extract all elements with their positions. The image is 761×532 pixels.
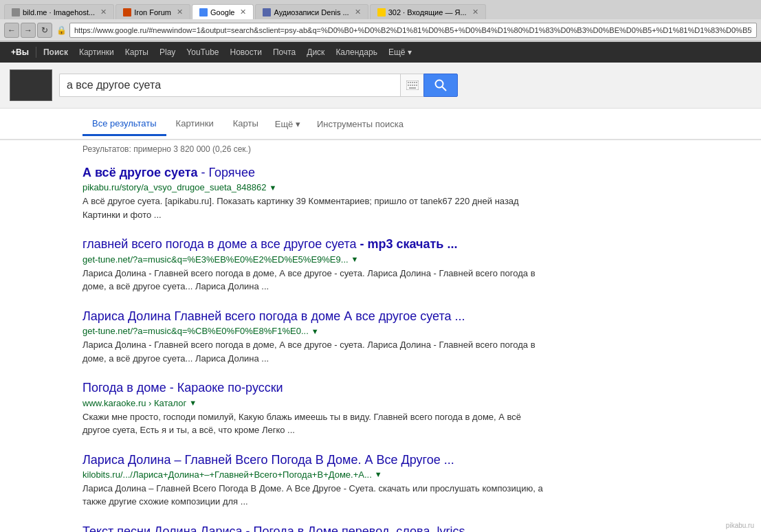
url-arrow-5: ▼ bbox=[375, 470, 382, 478]
svg-line-13 bbox=[442, 87, 446, 91]
toolbar-search[interactable]: Поиск bbox=[38, 42, 74, 63]
search-box-container bbox=[59, 74, 458, 97]
toolbar-more[interactable]: Ещё ▾ bbox=[383, 47, 417, 57]
url-arrow-4: ▼ bbox=[189, 399, 197, 407]
address-bar[interactable] bbox=[69, 23, 757, 38]
toolbar-maps[interactable]: Карты bbox=[120, 42, 154, 63]
browser-nav-bar: ← → ↻ 🔒 bbox=[0, 19, 761, 41]
result-snippet-5: Лариса Долина – Главней Всего Погода В Д… bbox=[82, 482, 550, 509]
tab-close-forum[interactable]: ✕ bbox=[177, 8, 183, 16]
tab-label-audio: Аудиозаписи Denis ... bbox=[274, 8, 349, 16]
result-item-1: А всё другое суета - Горячее pikabu.ru/s… bbox=[82, 165, 550, 221]
svg-rect-9 bbox=[414, 85, 415, 86]
result-url-4: www.karaoke.ru › Каталог ▼ bbox=[82, 398, 550, 408]
svg-rect-3 bbox=[412, 82, 413, 83]
result-link-5[interactable]: Лариса Долина – Главней Всего Погода В Д… bbox=[82, 453, 454, 467]
result-title-6: Текст песни Долина Лариса - Погода в Дом… bbox=[82, 524, 550, 532]
tab-close-audio[interactable]: ✕ bbox=[355, 8, 361, 16]
result-snippet-1: А всё другое суета. [apikabu.ru]. Показа… bbox=[82, 195, 550, 221]
tab-label-mail: 302 · Входящие — Я... bbox=[388, 8, 467, 16]
toolbar-calendar[interactable]: Календарь bbox=[330, 42, 383, 63]
toolbar-news[interactable]: Новости bbox=[225, 42, 267, 63]
svg-rect-4 bbox=[414, 82, 415, 83]
tab-label-forum: Iron Forum bbox=[134, 8, 171, 16]
svg-rect-8 bbox=[412, 85, 413, 86]
result-link-2[interactable]: главней всего погода в доме а все другое… bbox=[82, 237, 457, 251]
tab-images[interactable]: Картинки bbox=[166, 113, 223, 136]
result-link-6[interactable]: Текст песни Долина Лариса - Погода в Дом… bbox=[82, 524, 465, 532]
result-title-4: Погода в доме - Караоке по-русски bbox=[82, 380, 550, 396]
search-input[interactable] bbox=[59, 74, 400, 97]
result-title-5: Лариса Долина – Главней Всего Погода В Д… bbox=[82, 452, 550, 468]
tab-mail[interactable]: 302 · Входящие — Я... ✕ bbox=[370, 4, 486, 19]
search-icon bbox=[434, 79, 447, 91]
search-navigation: Все результаты Картинки Карты Ещё ▾ Инст… bbox=[0, 109, 761, 140]
results-container: А всё другое суета - Горячее pikabu.ru/s… bbox=[0, 158, 761, 532]
search-button[interactable] bbox=[423, 74, 458, 97]
tab-google[interactable]: Google ✕ bbox=[192, 4, 254, 19]
url-arrow-3: ▼ bbox=[311, 327, 319, 335]
result-item-6: Текст песни Долина Лариса - Погода в Дом… bbox=[82, 524, 550, 532]
tab-more[interactable]: Ещё ▾ bbox=[268, 113, 307, 135]
result-link-3[interactable]: Лариса Долина Главней всего погода в дом… bbox=[82, 309, 465, 323]
tab-bild[interactable]: bild.me · Imagehost... ✕ bbox=[4, 4, 114, 19]
tab-maps[interactable]: Карты bbox=[223, 113, 268, 136]
toolbar-images[interactable]: Картинки bbox=[74, 42, 120, 63]
result-url-2: get-tune.net/?a=music&q=%E3%EB%E0%E2%ED%… bbox=[82, 254, 550, 265]
result-title-1: А всё другое суета - Горячее bbox=[82, 165, 550, 181]
result-snippet-3: Лариса Долина - Главней всего погода в д… bbox=[82, 338, 550, 365]
result-url-1: pikabu.ru/story/a_vsyo_drugoe_sueta_8488… bbox=[82, 182, 550, 192]
result-url-3: get-tune.net/?a=music&q=%CB%E0%F0%E8%F1%… bbox=[82, 326, 550, 336]
tab-favicon-audio bbox=[263, 8, 271, 16]
search-tools[interactable]: Инструменты поиска bbox=[307, 113, 413, 135]
toolbar-mail[interactable]: Почта bbox=[267, 42, 301, 63]
result-title-3: Лариса Долина Главней всего погода в дом… bbox=[82, 309, 550, 324]
url-arrow-2: ▼ bbox=[351, 255, 359, 263]
page-footer: pikabu.ru bbox=[726, 522, 754, 529]
tab-forum[interactable]: Iron Forum ✕ bbox=[115, 4, 190, 19]
tab-close-mail[interactable]: ✕ bbox=[472, 8, 478, 16]
result-link-4[interactable]: Погода в доме - Караоке по-русски bbox=[82, 381, 283, 395]
reload-button[interactable]: ↻ bbox=[37, 23, 52, 38]
browser-tabs: bild.me · Imagehost... ✕ Iron Forum ✕ Go… bbox=[0, 0, 761, 19]
search-nav-tabs: Все результаты Картинки Карты Ещё ▾ Инст… bbox=[82, 113, 679, 135]
tab-label-google: Google bbox=[210, 8, 234, 16]
lock-icon: 🔒 bbox=[56, 25, 67, 35]
tab-favicon-forum bbox=[123, 8, 131, 16]
keyboard-button[interactable] bbox=[400, 74, 423, 97]
tab-close-bild[interactable]: ✕ bbox=[100, 8, 107, 16]
toolbar-youtube[interactable]: YouTube bbox=[181, 42, 224, 63]
svg-rect-11 bbox=[409, 87, 416, 89]
tab-label-bild: bild.me · Imagehost... bbox=[23, 8, 95, 16]
tab-all-results[interactable]: Все результаты bbox=[82, 113, 166, 136]
search-area bbox=[0, 63, 761, 109]
google-toolbar: +Вы Поиск Картинки Карты Play YouTube Но… bbox=[0, 42, 761, 63]
result-item-2: главней всего погода в доме а все другое… bbox=[82, 236, 550, 293]
svg-rect-2 bbox=[410, 82, 411, 83]
back-button[interactable]: ← bbox=[4, 23, 19, 38]
keyboard-icon bbox=[406, 80, 419, 90]
svg-rect-6 bbox=[408, 85, 409, 86]
result-link-1[interactable]: А всё другое суета - Горячее bbox=[82, 166, 255, 179]
tab-audio[interactable]: Аудиозаписи Denis ... ✕ bbox=[255, 4, 368, 19]
result-snippet-4: Скажи мне просто, господи помилуй, Какую… bbox=[82, 410, 550, 437]
result-title-bold-1: А всё другое суета bbox=[82, 166, 197, 179]
results-stats: Результатов: примерно 3 820 000 (0,26 се… bbox=[0, 140, 761, 158]
svg-rect-1 bbox=[408, 82, 409, 83]
tab-favicon-mail bbox=[377, 8, 386, 16]
forward-button[interactable]: → bbox=[21, 23, 36, 38]
result-snippet-2: Лариса Долина - Главней всего погода в д… bbox=[82, 267, 550, 293]
tab-close-google[interactable]: ✕ bbox=[240, 8, 246, 16]
url-arrow-1: ▼ bbox=[269, 184, 276, 192]
result-title-2: главней всего погода в доме а все другое… bbox=[82, 236, 550, 252]
result-item-3: Лариса Долина Главней всего погода в дом… bbox=[82, 309, 550, 365]
tab-favicon-bild bbox=[12, 8, 20, 16]
result-url-5: kilobits.ru/.../Лариса+Долина+–+Главней+… bbox=[82, 469, 550, 480]
google-logo bbox=[10, 69, 52, 101]
toolbar-play[interactable]: Play bbox=[154, 42, 181, 63]
svg-rect-5 bbox=[416, 82, 417, 83]
toolbar-plus[interactable]: +Вы bbox=[5, 42, 34, 63]
toolbar-disk[interactable]: Диск bbox=[301, 42, 330, 63]
svg-rect-10 bbox=[416, 85, 417, 86]
result-item-4: Погода в доме - Караоке по-русски www.ka… bbox=[82, 380, 550, 436]
